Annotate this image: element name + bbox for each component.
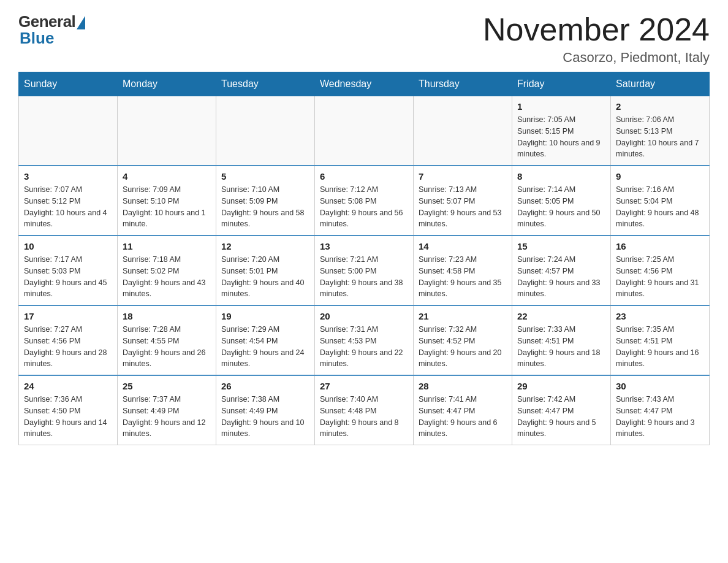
calendar-cell [118, 96, 216, 166]
day-info: Sunrise: 7:20 AM Sunset: 5:01 PM Dayligh… [221, 254, 309, 300]
calendar-cell: 10Sunrise: 7:17 AM Sunset: 5:03 PM Dayli… [19, 236, 118, 305]
day-info: Sunrise: 7:16 AM Sunset: 5:04 PM Dayligh… [616, 184, 704, 230]
week-row-3: 17Sunrise: 7:27 AM Sunset: 4:56 PM Dayli… [19, 305, 710, 375]
calendar-cell: 1Sunrise: 7:05 AM Sunset: 5:15 PM Daylig… [512, 96, 611, 166]
day-info: Sunrise: 7:05 AM Sunset: 5:15 PM Dayligh… [517, 114, 605, 160]
day-number: 24 [24, 381, 112, 391]
day-number: 5 [221, 171, 309, 182]
day-number: 12 [221, 241, 309, 251]
day-number: 27 [320, 381, 408, 391]
calendar-cell: 18Sunrise: 7:28 AM Sunset: 4:55 PM Dayli… [118, 305, 216, 375]
day-number: 28 [419, 381, 507, 391]
page-header: General Blue November 2024 Casorzo, Pied… [18, 12, 710, 66]
weekday-header-sunday: Sunday [19, 72, 118, 96]
title-area: November 2024 Casorzo, Piedmont, Italy [483, 12, 710, 66]
calendar-cell: 9Sunrise: 7:16 AM Sunset: 5:04 PM Daylig… [611, 166, 710, 236]
day-info: Sunrise: 7:21 AM Sunset: 5:00 PM Dayligh… [320, 254, 408, 300]
day-info: Sunrise: 7:36 AM Sunset: 4:50 PM Dayligh… [24, 394, 112, 440]
day-info: Sunrise: 7:32 AM Sunset: 4:52 PM Dayligh… [419, 324, 507, 370]
day-number: 16 [616, 241, 704, 251]
calendar-cell [216, 96, 315, 166]
day-info: Sunrise: 7:40 AM Sunset: 4:48 PM Dayligh… [320, 394, 408, 440]
day-number: 7 [419, 171, 507, 182]
calendar-cell: 3Sunrise: 7:07 AM Sunset: 5:12 PM Daylig… [19, 166, 118, 236]
day-info: Sunrise: 7:37 AM Sunset: 4:49 PM Dayligh… [123, 394, 211, 440]
day-info: Sunrise: 7:31 AM Sunset: 4:53 PM Dayligh… [320, 324, 408, 370]
calendar-cell: 21Sunrise: 7:32 AM Sunset: 4:52 PM Dayli… [414, 305, 512, 375]
day-number: 23 [616, 311, 704, 321]
calendar-cell: 7Sunrise: 7:13 AM Sunset: 5:07 PM Daylig… [414, 166, 512, 236]
calendar-cell: 17Sunrise: 7:27 AM Sunset: 4:56 PM Dayli… [19, 305, 118, 375]
calendar-cell: 29Sunrise: 7:42 AM Sunset: 4:47 PM Dayli… [512, 375, 611, 445]
calendar-cell: 19Sunrise: 7:29 AM Sunset: 4:54 PM Dayli… [216, 305, 315, 375]
calendar-cell: 16Sunrise: 7:25 AM Sunset: 4:56 PM Dayli… [611, 236, 710, 305]
day-number: 22 [517, 311, 605, 321]
day-info: Sunrise: 7:06 AM Sunset: 5:13 PM Dayligh… [616, 114, 704, 160]
calendar-cell [19, 96, 118, 166]
calendar-cell: 13Sunrise: 7:21 AM Sunset: 5:00 PM Dayli… [315, 236, 414, 305]
calendar-cell [315, 96, 414, 166]
calendar-cell: 20Sunrise: 7:31 AM Sunset: 4:53 PM Dayli… [315, 305, 414, 375]
weekday-header-monday: Monday [118, 72, 216, 96]
day-info: Sunrise: 7:41 AM Sunset: 4:47 PM Dayligh… [419, 394, 507, 440]
day-info: Sunrise: 7:07 AM Sunset: 5:12 PM Dayligh… [24, 184, 112, 230]
calendar-cell: 6Sunrise: 7:12 AM Sunset: 5:08 PM Daylig… [315, 166, 414, 236]
calendar-cell: 26Sunrise: 7:38 AM Sunset: 4:49 PM Dayli… [216, 375, 315, 445]
calendar-cell: 5Sunrise: 7:10 AM Sunset: 5:09 PM Daylig… [216, 166, 315, 236]
calendar-cell: 14Sunrise: 7:23 AM Sunset: 4:58 PM Dayli… [414, 236, 512, 305]
day-number: 1 [517, 101, 605, 112]
day-number: 21 [419, 311, 507, 321]
day-info: Sunrise: 7:27 AM Sunset: 4:56 PM Dayligh… [24, 324, 112, 370]
week-row-4: 24Sunrise: 7:36 AM Sunset: 4:50 PM Dayli… [19, 375, 710, 445]
day-info: Sunrise: 7:17 AM Sunset: 5:03 PM Dayligh… [24, 254, 112, 300]
day-number: 19 [221, 311, 309, 321]
weekday-header-saturday: Saturday [611, 72, 710, 96]
day-info: Sunrise: 7:33 AM Sunset: 4:51 PM Dayligh… [517, 324, 605, 370]
day-info: Sunrise: 7:42 AM Sunset: 4:47 PM Dayligh… [517, 394, 605, 440]
day-number: 9 [616, 171, 704, 182]
day-info: Sunrise: 7:29 AM Sunset: 4:54 PM Dayligh… [221, 324, 309, 370]
day-number: 3 [24, 171, 112, 182]
day-number: 30 [616, 381, 704, 391]
weekday-header-row: SundayMondayTuesdayWednesdayThursdayFrid… [19, 72, 710, 96]
day-number: 29 [517, 381, 605, 391]
day-number: 4 [123, 171, 211, 182]
calendar-cell: 15Sunrise: 7:24 AM Sunset: 4:57 PM Dayli… [512, 236, 611, 305]
location-text: Casorzo, Piedmont, Italy [483, 50, 710, 66]
day-number: 8 [517, 171, 605, 182]
calendar-cell: 24Sunrise: 7:36 AM Sunset: 4:50 PM Dayli… [19, 375, 118, 445]
calendar-cell: 22Sunrise: 7:33 AM Sunset: 4:51 PM Dayli… [512, 305, 611, 375]
weekday-header-tuesday: Tuesday [216, 72, 315, 96]
day-number: 15 [517, 241, 605, 251]
week-row-2: 10Sunrise: 7:17 AM Sunset: 5:03 PM Dayli… [19, 236, 710, 305]
calendar-cell: 11Sunrise: 7:18 AM Sunset: 5:02 PM Dayli… [118, 236, 216, 305]
day-number: 13 [320, 241, 408, 251]
day-number: 14 [419, 241, 507, 251]
week-row-1: 3Sunrise: 7:07 AM Sunset: 5:12 PM Daylig… [19, 166, 710, 236]
day-info: Sunrise: 7:25 AM Sunset: 4:56 PM Dayligh… [616, 254, 704, 300]
day-number: 10 [24, 241, 112, 251]
calendar-cell [414, 96, 512, 166]
day-info: Sunrise: 7:23 AM Sunset: 4:58 PM Dayligh… [419, 254, 507, 300]
day-number: 20 [320, 311, 408, 321]
day-info: Sunrise: 7:14 AM Sunset: 5:05 PM Dayligh… [517, 184, 605, 230]
month-title: November 2024 [483, 12, 710, 47]
day-number: 25 [123, 381, 211, 391]
calendar-cell: 30Sunrise: 7:43 AM Sunset: 4:47 PM Dayli… [611, 375, 710, 445]
logo-blue-text: Blue [20, 29, 54, 48]
day-info: Sunrise: 7:13 AM Sunset: 5:07 PM Dayligh… [419, 184, 507, 230]
logo-triangle-icon [77, 16, 85, 29]
day-info: Sunrise: 7:43 AM Sunset: 4:47 PM Dayligh… [616, 394, 704, 440]
weekday-header-friday: Friday [512, 72, 611, 96]
day-info: Sunrise: 7:10 AM Sunset: 5:09 PM Dayligh… [221, 184, 309, 230]
weekday-header-wednesday: Wednesday [315, 72, 414, 96]
week-row-0: 1Sunrise: 7:05 AM Sunset: 5:15 PM Daylig… [19, 96, 710, 166]
day-info: Sunrise: 7:38 AM Sunset: 4:49 PM Dayligh… [221, 394, 309, 440]
day-number: 17 [24, 311, 112, 321]
day-info: Sunrise: 7:12 AM Sunset: 5:08 PM Dayligh… [320, 184, 408, 230]
day-info: Sunrise: 7:35 AM Sunset: 4:51 PM Dayligh… [616, 324, 704, 370]
day-number: 6 [320, 171, 408, 182]
day-info: Sunrise: 7:24 AM Sunset: 4:57 PM Dayligh… [517, 254, 605, 300]
calendar-cell: 28Sunrise: 7:41 AM Sunset: 4:47 PM Dayli… [414, 375, 512, 445]
calendar-cell: 25Sunrise: 7:37 AM Sunset: 4:49 PM Dayli… [118, 375, 216, 445]
